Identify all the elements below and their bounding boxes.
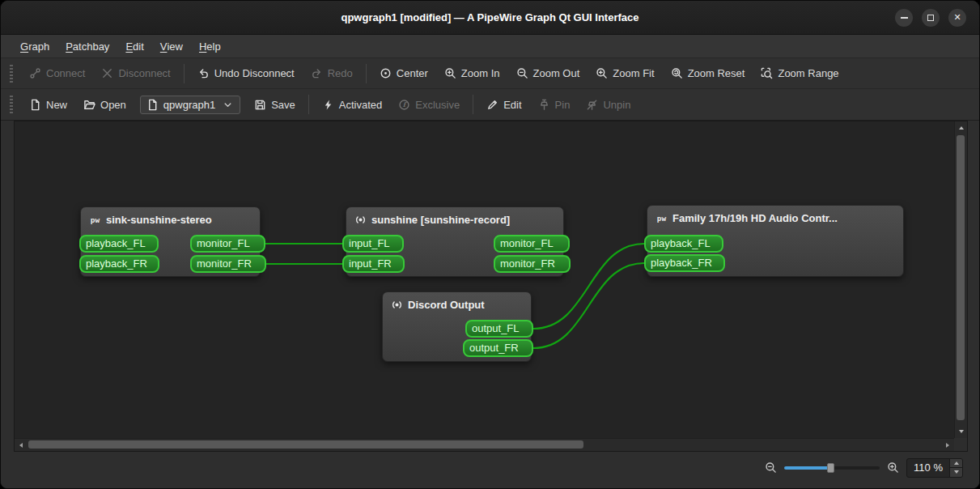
zoom-out-status-icon[interactable]	[765, 461, 777, 474]
center-icon	[380, 67, 392, 79]
zoom-spinbox[interactable]: 110 %	[906, 458, 963, 478]
save-button[interactable]: Save	[247, 94, 303, 116]
zoom-reset-button[interactable]: Zoom Reset	[664, 62, 753, 84]
scroll-down-button[interactable]	[955, 425, 968, 438]
toolbar-button-label: Redo	[328, 67, 353, 79]
new-button[interactable]: New	[22, 94, 74, 116]
chevron-down-icon	[222, 99, 234, 111]
undo-disconnect-button[interactable]: Undo Disconnect	[190, 62, 302, 84]
pipewire-icon: pw	[655, 212, 668, 224]
connect-button[interactable]: Connect	[22, 62, 92, 84]
menu-item-edit[interactable]: Edit	[117, 35, 151, 57]
node-title-text: sink-sunshine-stereo	[106, 214, 212, 226]
redo-button[interactable]: Redo	[303, 62, 360, 84]
record-icon	[391, 299, 403, 311]
toolbar-button-label: Unpin	[603, 99, 630, 111]
pipewire-icon: pw	[89, 214, 101, 226]
arrow-down-icon	[959, 430, 964, 433]
status-bar: 110 %	[1, 452, 979, 489]
port-sink-sunshine-stereo-monitor_FR[interactable]: monitor_FR	[190, 255, 266, 273]
save-icon	[254, 99, 266, 111]
zoom-out-button[interactable]: Zoom Out	[509, 62, 588, 84]
horizontal-scroll-thumb[interactable]	[28, 440, 583, 449]
node-title: sunshine [sunshine-record]	[346, 207, 563, 229]
toolbar-button-label: Pin	[555, 99, 571, 111]
open-button[interactable]: Open	[76, 94, 134, 116]
disconnect-button[interactable]: Disconnect	[94, 62, 177, 84]
port-sink-sunshine-stereo-playback_FL[interactable]: playback_FL	[79, 235, 159, 253]
scroll-right-button[interactable]	[941, 439, 954, 452]
title-bar[interactable]: qpwgraph1 [modified] — A PipeWire Graph …	[1, 1, 979, 35]
port-sunshine-input_FL[interactable]: input_FL	[342, 235, 404, 253]
center-button[interactable]: Center	[372, 62, 435, 84]
zoom-slider[interactable]	[784, 461, 880, 474]
zoom-spin-down-button[interactable]	[950, 467, 962, 477]
activated-button[interactable]: Activated	[315, 94, 389, 116]
zoom-in-icon	[444, 67, 456, 79]
zoom-in-status-icon[interactable]	[887, 461, 899, 474]
svg-text:pw: pw	[91, 215, 100, 224]
zoom-slider-fill	[784, 466, 830, 470]
zoom-reset-icon	[671, 67, 683, 79]
zoom-spin-up-button[interactable]	[950, 459, 962, 468]
new-icon	[29, 99, 41, 111]
menu-item-patchbay[interactable]: Patchbay	[57, 35, 117, 57]
scroll-up-button[interactable]	[955, 121, 968, 134]
zoom-fit-icon	[596, 67, 608, 79]
minimize-icon	[901, 17, 908, 19]
minimize-button[interactable]	[895, 9, 913, 27]
toolbar-handle[interactable]	[10, 65, 13, 83]
toolbar-separator	[366, 64, 367, 83]
redo-icon	[311, 67, 323, 79]
toolbar-button-label: Undo Disconnect	[214, 67, 295, 79]
menu-item-graph[interactable]: Graph	[12, 35, 57, 57]
zoom-out-icon	[516, 67, 528, 79]
node-title-text: Family 17h/19h HD Audio Contr...	[672, 212, 838, 224]
zoom-slider-handle[interactable]	[827, 463, 834, 473]
scroll-left-button[interactable]	[15, 439, 28, 452]
edit-button[interactable]: Edit	[479, 94, 528, 116]
node-title: pwFamily 17h/19h HD Audio Contr...	[647, 206, 903, 227]
toolbar-button-label: Zoom Fit	[613, 67, 654, 79]
window-controls: ✕	[895, 9, 966, 27]
maximize-button[interactable]	[922, 9, 940, 27]
close-button[interactable]: ✕	[948, 9, 966, 27]
record-icon	[354, 214, 367, 226]
spin-down-icon	[954, 470, 959, 474]
graph-view: pwsink-sunshine-stereoplayback_FLplaybac…	[14, 121, 968, 452]
toolbar-button-label: Exclusive	[415, 99, 460, 111]
menu-item-view[interactable]: View	[152, 35, 191, 57]
port-sunshine-monitor_FL[interactable]: monitor_FL	[494, 235, 570, 253]
scrollbar-corner	[954, 438, 967, 451]
port-sink-sunshine-stereo-playback_FR[interactable]: playback_FR	[79, 255, 159, 273]
toolbar-handle[interactable]	[10, 96, 13, 113]
port-sunshine-monitor_FR[interactable]: monitor_FR	[494, 255, 571, 273]
unpin-button[interactable]: Unpin	[579, 94, 638, 116]
pin-button[interactable]: Pin	[531, 94, 578, 116]
zoom-in-button[interactable]: Zoom In	[437, 62, 507, 84]
app-window: qpwgraph1 [modified] — A PipeWire Graph …	[0, 0, 980, 489]
toolbar-button-label: Zoom In	[461, 67, 500, 79]
port-sink-sunshine-stereo-monitor_FL[interactable]: monitor_FL	[190, 235, 265, 253]
connect-icon	[29, 67, 41, 79]
port-family-audio-playback_FL[interactable]: playback_FL	[644, 235, 723, 253]
zoom-range-button[interactable]: Zoom Range	[753, 62, 846, 84]
port-discord-output-output_FR[interactable]: output_FR	[463, 339, 533, 357]
vertical-scroll-thumb[interactable]	[957, 135, 965, 420]
arrow-up-icon	[959, 126, 964, 130]
toolbar-button-label: Activated	[339, 99, 382, 111]
node-title: pwsink-sunshine-stereo	[81, 207, 260, 229]
port-family-audio-playback_FR[interactable]: playback_FR	[644, 254, 725, 272]
port-sunshine-input_FR[interactable]: input_FR	[342, 255, 405, 273]
horizontal-scrollbar[interactable]	[15, 438, 954, 451]
menu-item-help[interactable]: Help	[191, 35, 229, 57]
toolbar-button-label: Connect	[46, 67, 85, 79]
exclusive-button[interactable]: fExclusive	[391, 94, 467, 116]
port-discord-output-output_FL[interactable]: output_FL	[465, 320, 533, 338]
undo-icon	[197, 67, 210, 79]
graph-canvas[interactable]: pwsink-sunshine-stereoplayback_FLplaybac…	[15, 121, 954, 438]
vertical-scrollbar[interactable]	[954, 121, 967, 438]
window-title: qpwgraph1 [modified] — A PipeWire Graph …	[341, 11, 638, 23]
patchbay-file-combo[interactable]: qpwgraph1	[140, 96, 240, 114]
zoom-fit-button[interactable]: Zoom Fit	[588, 62, 661, 84]
